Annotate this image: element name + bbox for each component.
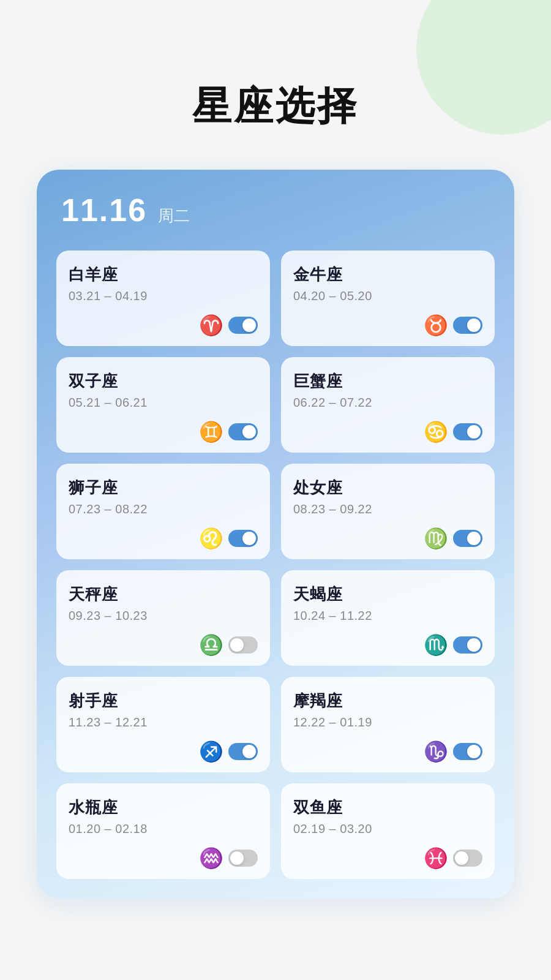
zodiac-toggle-gemini[interactable] xyxy=(228,423,258,440)
card-header: 11.16 周二 xyxy=(56,192,495,228)
zodiac-name-pisces: 双鱼座 xyxy=(293,797,482,818)
zodiac-symbol-capricorn: ♑ xyxy=(424,742,448,761)
zodiac-symbol-cancer: ♋ xyxy=(424,422,448,442)
zodiac-item-aries[interactable]: 白羊座03.21 – 04.19♈ xyxy=(56,251,270,346)
zodiac-symbol-libra: ♎ xyxy=(199,635,223,655)
zodiac-toggle-taurus[interactable] xyxy=(453,317,482,334)
zodiac-footer-sagittarius: ♐ xyxy=(69,742,258,761)
zodiac-toggle-scorpio[interactable] xyxy=(453,636,482,654)
zodiac-dates-cancer: 06.22 – 07.22 xyxy=(293,396,482,410)
zodiac-name-capricorn: 摩羯座 xyxy=(293,690,482,712)
card-weekday: 周二 xyxy=(158,205,190,227)
zodiac-item-scorpio[interactable]: 天蝎座10.24 – 11.22♏ xyxy=(281,570,495,666)
zodiac-symbol-sagittarius: ♐ xyxy=(199,742,223,761)
zodiac-dates-taurus: 04.20 – 05.20 xyxy=(293,289,482,303)
zodiac-dates-aries: 03.21 – 04.19 xyxy=(69,289,258,303)
zodiac-footer-leo: ♌ xyxy=(69,529,258,548)
zodiac-dates-libra: 09.23 – 10.23 xyxy=(69,609,258,623)
zodiac-dates-capricorn: 12.22 – 01.19 xyxy=(293,715,482,729)
zodiac-item-pisces[interactable]: 双鱼座02.19 – 03.20♓ xyxy=(281,783,495,879)
zodiac-toggle-cancer[interactable] xyxy=(453,423,482,440)
zodiac-name-taurus: 金牛座 xyxy=(293,264,482,285)
zodiac-symbol-aquarius: ♒ xyxy=(199,848,223,868)
zodiac-toggle-virgo[interactable] xyxy=(453,530,482,547)
zodiac-dates-gemini: 05.21 – 06.21 xyxy=(69,396,258,410)
zodiac-toggle-capricorn[interactable] xyxy=(453,743,482,760)
zodiac-item-capricorn[interactable]: 摩羯座12.22 – 01.19♑ xyxy=(281,677,495,772)
zodiac-toggle-aries[interactable] xyxy=(228,317,258,334)
zodiac-name-virgo: 处女座 xyxy=(293,477,482,499)
zodiac-item-libra[interactable]: 天秤座09.23 – 10.23♎ xyxy=(56,570,270,666)
zodiac-footer-capricorn: ♑ xyxy=(293,742,482,761)
zodiac-symbol-pisces: ♓ xyxy=(424,848,448,868)
zodiac-symbol-aries: ♈ xyxy=(199,315,223,335)
zodiac-item-aquarius[interactable]: 水瓶座01.20 – 02.18♒ xyxy=(56,783,270,879)
zodiac-item-gemini[interactable]: 双子座05.21 – 06.21♊ xyxy=(56,357,270,453)
zodiac-name-gemini: 双子座 xyxy=(69,371,258,392)
zodiac-toggle-libra[interactable] xyxy=(228,636,258,654)
zodiac-toggle-aquarius[interactable] xyxy=(228,850,258,867)
zodiac-name-aries: 白羊座 xyxy=(69,264,258,285)
zodiac-item-virgo[interactable]: 处女座08.23 – 09.22♍ xyxy=(281,464,495,559)
zodiac-symbol-virgo: ♍ xyxy=(424,529,448,548)
zodiac-item-sagittarius[interactable]: 射手座11.23 – 12.21♐ xyxy=(56,677,270,772)
zodiac-footer-pisces: ♓ xyxy=(293,848,482,868)
zodiac-name-cancer: 巨蟹座 xyxy=(293,371,482,392)
zodiac-item-cancer[interactable]: 巨蟹座06.22 – 07.22♋ xyxy=(281,357,495,453)
zodiac-item-leo[interactable]: 狮子座07.23 – 08.22♌ xyxy=(56,464,270,559)
zodiac-footer-virgo: ♍ xyxy=(293,529,482,548)
zodiac-dates-leo: 07.23 – 08.22 xyxy=(69,502,258,516)
zodiac-symbol-gemini: ♊ xyxy=(199,422,223,442)
zodiac-toggle-pisces[interactable] xyxy=(453,850,482,867)
zodiac-symbol-scorpio: ♏ xyxy=(424,635,448,655)
zodiac-name-sagittarius: 射手座 xyxy=(69,690,258,712)
zodiac-item-taurus[interactable]: 金牛座04.20 – 05.20♉ xyxy=(281,251,495,346)
zodiac-footer-scorpio: ♏ xyxy=(293,635,482,655)
zodiac-toggle-leo[interactable] xyxy=(228,530,258,547)
zodiac-footer-aquarius: ♒ xyxy=(69,848,258,868)
zodiac-dates-scorpio: 10.24 – 11.22 xyxy=(293,609,482,623)
zodiac-dates-sagittarius: 11.23 – 12.21 xyxy=(69,715,258,729)
zodiac-card: 11.16 周二 白羊座03.21 – 04.19♈金牛座04.20 – 05.… xyxy=(37,170,514,899)
zodiac-name-scorpio: 天蝎座 xyxy=(293,584,482,605)
zodiac-dates-pisces: 02.19 – 03.20 xyxy=(293,822,482,836)
zodiac-footer-aries: ♈ xyxy=(69,315,258,335)
zodiac-toggle-sagittarius[interactable] xyxy=(228,743,258,760)
zodiac-footer-taurus: ♉ xyxy=(293,315,482,335)
zodiac-footer-gemini: ♊ xyxy=(69,422,258,442)
zodiac-footer-libra: ♎ xyxy=(69,635,258,655)
zodiac-footer-cancer: ♋ xyxy=(293,422,482,442)
card-date: 11.16 xyxy=(61,192,147,228)
zodiac-name-aquarius: 水瓶座 xyxy=(69,797,258,818)
zodiac-dates-virgo: 08.23 – 09.22 xyxy=(293,502,482,516)
zodiac-grid: 白羊座03.21 – 04.19♈金牛座04.20 – 05.20♉双子座05.… xyxy=(56,251,495,879)
zodiac-symbol-taurus: ♉ xyxy=(424,315,448,335)
zodiac-symbol-leo: ♌ xyxy=(199,529,223,548)
zodiac-name-libra: 天秤座 xyxy=(69,584,258,605)
zodiac-dates-aquarius: 01.20 – 02.18 xyxy=(69,822,258,836)
zodiac-name-leo: 狮子座 xyxy=(69,477,258,499)
page-title: 星座选择 xyxy=(0,0,551,170)
